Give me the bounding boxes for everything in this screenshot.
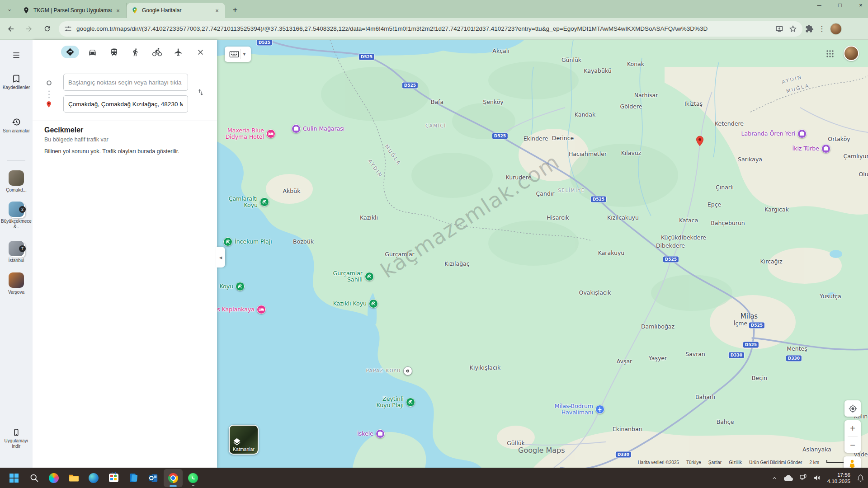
onedrive-icon[interactable] [784,475,793,481]
reload-button[interactable] [40,22,54,36]
keyboard-dropdown-icon[interactable]: ▼ [242,52,246,56]
poi-label-g-r-amlar-sahili[interactable]: Gürçamlar Sahili [333,270,363,283]
pegman-button[interactable] [844,456,861,468]
poi-label-labranda-ren-yeri[interactable]: Labranda Ören Yeri [741,131,795,137]
poi-culin-ma-aras-camera-icon[interactable] [292,124,301,133]
rail-place-i-stanbul[interactable]: 7İstanbul [0,241,33,263]
poi-label-culin-ma-aras[interactable]: Culin Mağarası [303,126,344,132]
browser-tab-google-maps[interactable]: Google Haritalar × [127,3,225,18]
poi-kaz-kl-koyu-beach-icon[interactable] [369,299,378,308]
forward-button[interactable] [22,22,36,36]
attribution-gizlilik[interactable]: Gizlilik [729,460,742,465]
new-tab-button[interactable]: + [229,4,241,16]
window-maximize-button[interactable]: □ [835,2,844,9]
window-close-button[interactable]: × [856,2,865,9]
address-bar[interactable]: google.com.tr/maps/dir//(37.410272335770… [59,21,802,37]
map-label-ketendere: Ketendere [715,120,744,127]
mode-best-travel[interactable] [61,46,79,58]
panel-collapse-button[interactable]: ◂ [216,247,225,267]
window-minimize-button[interactable]: ─ [815,2,824,9]
taskbar-outlook-icon[interactable] [144,469,163,487]
poi-label-s-kaplankaya[interactable]: s Kaplankaya [217,306,255,313]
tab-search-icon[interactable]: ⌄ [4,4,15,14]
tray-clock[interactable]: 17:56 4.10.2025 [827,472,850,484]
poi-label-amlaralt-koyu[interactable]: Çamlaraltı Koyu [217,196,258,209]
bookmark-star-icon[interactable] [789,25,797,33]
attribution-t-rkiye[interactable]: Türkiye [686,460,701,465]
destination-input[interactable] [63,95,188,113]
my-location-button[interactable] [844,400,861,417]
taskbar-search-icon[interactable] [24,469,43,487]
poi-papaz-koyu-photo360-icon[interactable] [403,366,412,375]
origin-input[interactable] [63,74,188,91]
attribution-r-n-geri-bildirimi-g-nder[interactable]: Ürün Geri Bildirimi Gönder [749,460,802,465]
poi-label-milas-bodrum-havaliman[interactable]: Milas-Bodrum Havalimanı [555,403,593,416]
tab-close-icon[interactable]: × [213,7,221,14]
poi-label-kaz-kl-koyu[interactable]: Kazıklı Koyu [333,300,367,307]
taskbar-explorer-icon[interactable] [64,469,83,487]
poi-milas-bodrum-havaliman-plane-icon[interactable] [595,405,604,414]
tray-chevron-icon[interactable] [771,475,778,481]
poi-i-skele-camera-icon[interactable] [376,429,385,438]
google-apps-grid-button[interactable] [823,47,837,61]
tab-close-icon[interactable]: × [114,7,122,14]
mode-walking[interactable] [126,46,144,58]
poi-label-papaz-koyu[interactable]: PAPAZ KOYU [366,368,401,374]
directions-close-button[interactable] [191,46,209,58]
main-menu-button[interactable] [0,51,33,61]
poi-g-r-amlar-sahili-beach-icon[interactable] [365,272,374,281]
mode-driving[interactable] [83,46,101,58]
poi-label-maxeria-blue-didyma-hotel[interactable]: Maxeria Blue Didyma Hotel [226,127,264,141]
keyboard-button[interactable]: ▼ [225,47,251,62]
sidebar-item-recent[interactable]: Son aramalar [0,117,33,134]
mode-transit[interactable] [105,46,123,58]
poi-label-i-ncekum-plaj[interactable]: İncekum Plajı [235,239,272,245]
poi-amlaralt-koyu-beach-icon[interactable] [260,197,269,206]
rail-place-b-y-k-ekmece[interactable]: 2Büyükçekmece &.. [0,202,33,229]
poi-label-zeytinli-kuyu-plaj[interactable]: Zeytinli Kuyu Plajı [377,396,404,409]
site-settings-icon[interactable] [64,25,72,33]
taskbar-edge-icon[interactable] [84,469,103,487]
rail-place-omakd[interactable]: Çomakd... [0,170,33,193]
poi-labranda-ren-yeri-camera-icon[interactable] [797,129,807,138]
poi-i-kiz-t-rbe-camera-icon[interactable] [821,144,830,153]
taskbar-store-icon[interactable] [104,469,123,487]
poi-label-koyu[interactable]: Koyu [219,283,233,290]
back-button[interactable] [4,22,18,36]
poi-label-i-skele[interactable]: İskele [357,431,373,437]
maps-profile-avatar[interactable] [844,46,859,61]
volume-icon[interactable] [813,474,821,482]
sidebar-item-saved[interactable]: Kaydedilenler [0,74,33,90]
url-text[interactable]: google.com.tr/maps/dir//(37.410272335770… [76,25,775,32]
rail-place-var-ova[interactable]: Varşova [0,272,33,295]
destination-map-pin[interactable] [694,135,706,149]
taskbar-start-icon[interactable] [5,469,24,487]
browser-tab-tkgm[interactable]: TKGM | Parsel Sorgu Uygulamas × [18,3,127,18]
browser-menu-icon[interactable]: ⋮ [818,24,826,33]
directions-panel: Gecikmeler Bu bölgede hafif trafik var B… [33,40,217,468]
download-app-button[interactable]: Uygulamayı indir [0,428,33,449]
taskbar-phone-icon[interactable] [124,469,143,487]
poi-maxeria-blue-didyma-hotel-bed-icon[interactable] [266,129,275,138]
swap-route-button[interactable] [194,86,208,99]
poi-i-ncekum-plaj-beach-icon[interactable] [223,237,232,246]
browser-profile-avatar[interactable] [830,23,842,35]
taskbar-whatsapp-icon[interactable] [184,469,203,487]
attribution-artlar[interactable]: Şartlar [708,460,722,465]
poi-s-kaplankaya-bed-icon[interactable] [257,305,266,314]
taskbar-chrome-icon[interactable] [164,469,183,487]
extensions-icon[interactable] [805,24,814,33]
layers-button[interactable]: Katmanlar [229,425,259,455]
zoom-out-button[interactable]: − [844,437,861,453]
zoom-in-button[interactable]: + [844,420,861,436]
notifications-bell-icon[interactable] [857,474,864,482]
map-canvas[interactable]: kaçmazemlak.com ▼ Katmanlar Google Maps … [217,40,868,468]
poi-koyu-beach-icon[interactable] [236,282,245,291]
mode-flight[interactable] [169,46,187,58]
poi-zeytinli-kuyu-plaj-beach-icon[interactable] [406,398,415,407]
mode-cycling[interactable] [148,46,166,58]
taskbar-copilot-icon[interactable] [44,469,63,487]
network-icon[interactable] [799,474,807,482]
poi-label-i-kiz-t-rbe[interactable]: İkiz Türbe [792,145,819,152]
send-to-device-icon[interactable] [775,25,783,33]
